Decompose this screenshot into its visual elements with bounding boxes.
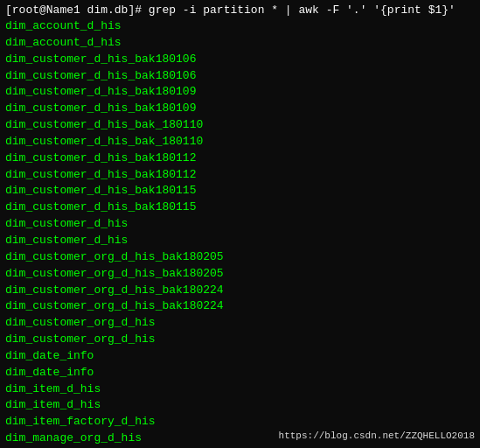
output-line: dim_customer_d_his_bak180109 bbox=[5, 101, 475, 117]
output-line: dim_customer_d_his_bak_180110 bbox=[5, 117, 475, 134]
output-line: dim_customer_d_his_bak180106 bbox=[5, 52, 475, 68]
output-line: dim_customer_org_d_his_bak180224 bbox=[5, 283, 475, 299]
output-line: dim_customer_d_his_bak180115 bbox=[5, 200, 475, 216]
output-line: dim_customer_org_d_his bbox=[5, 332, 475, 348]
output-line: dim_item_factory_d_his bbox=[5, 414, 475, 430]
output-line: dim_customer_d_his_bak180112 bbox=[5, 150, 475, 167]
watermark: https://blog.csdn.net/ZZQHELLO2018 bbox=[279, 430, 475, 441]
output-line: dim_customer_d_his_bak180112 bbox=[5, 167, 475, 184]
output-line: dim_customer_d_his_bak180106 bbox=[5, 68, 475, 85]
output-line: dim_customer_d_his_bak180115 bbox=[5, 183, 475, 200]
output-line: dim_customer_d_his_bak_180110 bbox=[5, 134, 475, 150]
output-line: dim_account_d_his bbox=[5, 18, 475, 35]
output-line: dim_account_d_his bbox=[5, 35, 475, 52]
command-line: [root@Name1 dim.db]# grep -i partition *… bbox=[5, 4, 475, 17]
output-line: dim_customer_org_d_his bbox=[5, 315, 475, 332]
terminal-window: [root@Name1 dim.db]# grep -i partition *… bbox=[0, 0, 480, 448]
output-line: dim_customer_org_d_his_bak180224 bbox=[5, 298, 475, 315]
output-line: dim_customer_d_his_bak180109 bbox=[5, 84, 475, 101]
output-line: dim_item_d_his bbox=[5, 397, 475, 414]
output-container: dim_account_d_hisdim_account_d_hisdim_cu… bbox=[5, 18, 475, 448]
output-line: dim_customer_d_his bbox=[5, 233, 475, 249]
output-line: dim_date_info bbox=[5, 365, 475, 382]
output-line: dim_item_d_his bbox=[5, 382, 475, 398]
output-line: dim_customer_d_his bbox=[5, 216, 475, 233]
output-line: dim_date_info bbox=[5, 348, 475, 365]
output-line: dim_customer_org_d_his_bak180205 bbox=[5, 266, 475, 283]
output-line: dim_customer_org_d_his_bak180205 bbox=[5, 249, 475, 266]
